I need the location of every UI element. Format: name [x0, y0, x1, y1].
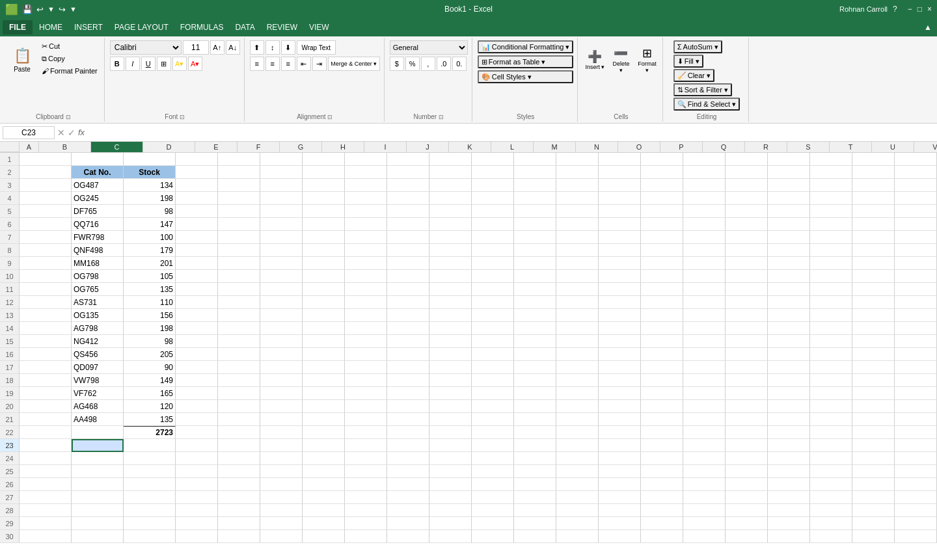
- table-cell[interactable]: [303, 400, 345, 413]
- col-header-q[interactable]: Q: [703, 142, 745, 152]
- table-cell[interactable]: [556, 452, 599, 465]
- table-cell[interactable]: [260, 153, 303, 166]
- table-cell[interactable]: FWR798: [72, 231, 124, 244]
- col-header-g[interactable]: G: [280, 142, 322, 152]
- table-cell[interactable]: [218, 283, 260, 296]
- table-cell[interactable]: [599, 348, 641, 361]
- table-cell[interactable]: [726, 413, 768, 426]
- table-cell[interactable]: [20, 179, 72, 192]
- col-header-u[interactable]: U: [872, 142, 914, 152]
- table-cell[interactable]: [810, 413, 852, 426]
- table-cell[interactable]: [260, 348, 303, 361]
- table-cell[interactable]: [387, 361, 429, 374]
- table-cell[interactable]: [726, 309, 768, 322]
- format-button[interactable]: ⊞ Format ▾: [635, 40, 659, 79]
- table-cell[interactable]: [726, 491, 768, 504]
- copy-button[interactable]: ⧉ Copy: [39, 53, 100, 64]
- table-cell[interactable]: [641, 491, 683, 504]
- table-cell[interactable]: [387, 231, 429, 244]
- table-cell[interactable]: [472, 348, 514, 361]
- table-cell[interactable]: [472, 335, 514, 348]
- table-cell[interactable]: [599, 426, 641, 439]
- table-cell[interactable]: [726, 205, 768, 218]
- table-cell[interactable]: [726, 335, 768, 348]
- table-cell[interactable]: OG487: [72, 179, 124, 192]
- paste-button[interactable]: 📋 Paste: [7, 40, 38, 79]
- table-cell[interactable]: [514, 296, 556, 309]
- table-cell[interactable]: [810, 179, 852, 192]
- table-cell[interactable]: QNF498: [72, 244, 124, 257]
- table-cell[interactable]: [514, 231, 556, 244]
- table-cell[interactable]: [852, 452, 895, 465]
- table-cell[interactable]: [852, 413, 895, 426]
- font-size-input[interactable]: [183, 40, 209, 55]
- wrap-text-btn[interactable]: Wrap Text: [297, 40, 336, 55]
- table-cell[interactable]: [895, 296, 937, 309]
- table-cell[interactable]: [260, 335, 303, 348]
- col-header-p[interactable]: P: [660, 142, 703, 152]
- table-cell[interactable]: [556, 413, 599, 426]
- table-cell[interactable]: [176, 192, 218, 205]
- table-cell[interactable]: [768, 296, 810, 309]
- table-cell[interactable]: [599, 465, 641, 478]
- table-cell[interactable]: [218, 335, 260, 348]
- table-cell[interactable]: [429, 504, 472, 517]
- table-cell[interactable]: [260, 166, 303, 179]
- table-cell[interactable]: [124, 465, 176, 478]
- row-number[interactable]: 7: [0, 231, 20, 244]
- sort-filter-button[interactable]: ⇅ Sort & Filter ▾: [673, 83, 732, 96]
- table-cell[interactable]: [429, 309, 472, 322]
- fill-color-button[interactable]: A▾: [172, 57, 187, 71]
- table-cell[interactable]: [852, 270, 895, 283]
- row-number[interactable]: 23: [0, 439, 20, 452]
- table-cell[interactable]: [683, 413, 726, 426]
- currency-btn[interactable]: $: [390, 57, 404, 71]
- table-cell[interactable]: [20, 400, 72, 413]
- ribbon-collapse-btn[interactable]: ▲: [921, 23, 934, 32]
- table-cell[interactable]: [768, 231, 810, 244]
- page-layout-menu[interactable]: PAGE LAYOUT: [109, 20, 174, 34]
- table-cell[interactable]: [176, 231, 218, 244]
- table-cell[interactable]: [768, 478, 810, 491]
- table-cell[interactable]: 179: [124, 244, 176, 257]
- table-cell[interactable]: [387, 530, 429, 543]
- file-menu[interactable]: FILE: [3, 20, 33, 34]
- table-cell[interactable]: [72, 439, 124, 452]
- table-cell[interactable]: [260, 218, 303, 231]
- table-cell[interactable]: [810, 387, 852, 400]
- table-cell[interactable]: [810, 322, 852, 335]
- table-cell[interactable]: [683, 179, 726, 192]
- col-header-i[interactable]: I: [364, 142, 407, 152]
- table-cell[interactable]: [599, 283, 641, 296]
- table-cell[interactable]: [768, 413, 810, 426]
- table-cell[interactable]: [345, 335, 387, 348]
- table-cell[interactable]: [683, 257, 726, 270]
- table-cell[interactable]: [472, 517, 514, 530]
- table-cell[interactable]: [472, 205, 514, 218]
- table-cell[interactable]: [683, 192, 726, 205]
- table-cell[interactable]: [810, 309, 852, 322]
- table-cell[interactable]: [895, 166, 937, 179]
- table-cell[interactable]: [810, 244, 852, 257]
- table-cell[interactable]: [472, 296, 514, 309]
- table-cell[interactable]: [514, 387, 556, 400]
- col-header-v[interactable]: V: [914, 142, 937, 152]
- table-cell[interactable]: [556, 361, 599, 374]
- table-cell[interactable]: [810, 231, 852, 244]
- table-cell[interactable]: [726, 439, 768, 452]
- table-cell[interactable]: [895, 387, 937, 400]
- table-cell[interactable]: [599, 205, 641, 218]
- table-cell[interactable]: [176, 335, 218, 348]
- align-left-btn[interactable]: ≡: [250, 57, 264, 71]
- table-cell[interactable]: [124, 452, 176, 465]
- table-cell[interactable]: [641, 192, 683, 205]
- table-cell[interactable]: [683, 426, 726, 439]
- table-cell[interactable]: [683, 504, 726, 517]
- table-cell[interactable]: [20, 322, 72, 335]
- table-cell[interactable]: [895, 257, 937, 270]
- table-cell[interactable]: [810, 478, 852, 491]
- table-cell[interactable]: [556, 530, 599, 543]
- table-cell[interactable]: [768, 335, 810, 348]
- table-cell[interactable]: [810, 491, 852, 504]
- table-cell[interactable]: [260, 374, 303, 387]
